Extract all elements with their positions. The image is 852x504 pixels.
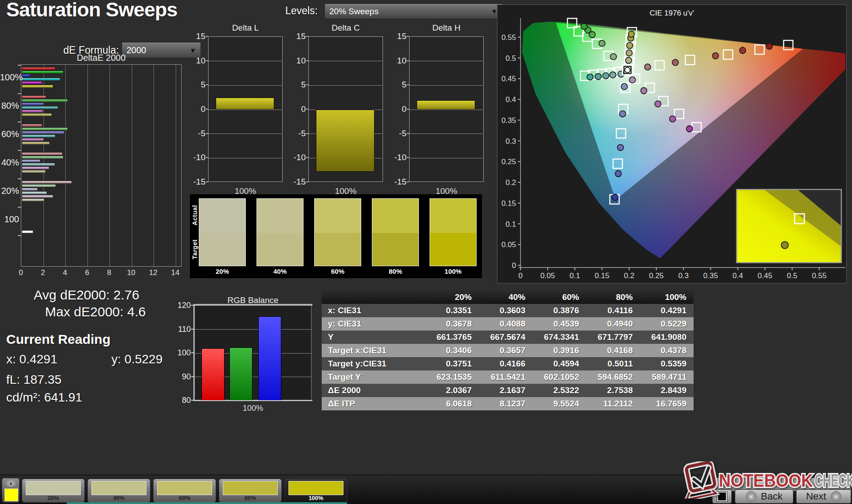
delta-plot bbox=[308, 36, 383, 182]
tick-mark bbox=[206, 157, 208, 158]
tick-mark bbox=[306, 60, 308, 61]
x-axis-line bbox=[193, 400, 312, 401]
measured-point-red bbox=[766, 43, 773, 49]
table-cell: 0.4594 bbox=[532, 359, 586, 369]
table-cell: 0.3351 bbox=[425, 306, 479, 315]
patch-tile-60%[interactable]: 60% bbox=[153, 479, 216, 503]
logo-text-primary: NOTEBOOK bbox=[719, 471, 813, 490]
axis-tick-label: 8 bbox=[103, 268, 116, 277]
tick-mark bbox=[206, 60, 208, 61]
tick-mark bbox=[306, 181, 308, 182]
table-cell: 671.7797 bbox=[586, 332, 640, 342]
column-header: 80% bbox=[586, 292, 640, 302]
axis-tick-label: 12 bbox=[146, 268, 160, 277]
levels-value: 20% Sweeps bbox=[329, 7, 379, 16]
tick-mark bbox=[407, 84, 409, 85]
target-row-label: Target bbox=[191, 233, 198, 266]
patch-tile-100%[interactable]: 100% bbox=[284, 479, 347, 503]
tick-mark bbox=[206, 181, 208, 182]
levels-dropdown[interactable]: 20% Sweeps ▼ bbox=[324, 4, 502, 19]
logo-text-secondary: CHECK bbox=[815, 471, 852, 490]
table-cell: 6.0618 bbox=[425, 399, 479, 409]
axis-tick-label: 0.3 bbox=[678, 272, 689, 280]
swatch-pair bbox=[314, 198, 361, 266]
axis-tick-label: 15 bbox=[181, 32, 205, 41]
table-cell: 0.4168 bbox=[586, 346, 640, 355]
measured-point-cyan bbox=[595, 74, 601, 80]
bar bbox=[22, 134, 55, 138]
measured-point-red bbox=[672, 59, 678, 66]
bar bbox=[22, 102, 44, 106]
axis-tick-label: 100 bbox=[0, 214, 19, 224]
axis-tick-label: 60% bbox=[0, 129, 19, 139]
measured-point-magenta bbox=[629, 77, 635, 83]
bar bbox=[22, 110, 43, 113]
tick-mark bbox=[407, 60, 409, 61]
patch-tile-40%[interactable]: 40% bbox=[87, 479, 150, 503]
bar bbox=[22, 159, 40, 162]
gridline bbox=[87, 65, 88, 266]
gridline bbox=[110, 65, 110, 266]
measured-point-magenta bbox=[641, 87, 647, 94]
axis-tick-label: 90 bbox=[164, 372, 191, 382]
axis-tick-label: 4 bbox=[58, 268, 71, 277]
actual-swatch bbox=[430, 199, 476, 233]
rgb-balance-chart: RGB Balance1201101009080100% bbox=[164, 293, 318, 419]
tick-mark bbox=[18, 93, 21, 94]
patch-tile-80%[interactable]: 80% bbox=[219, 479, 282, 503]
tick-mark bbox=[18, 122, 21, 122]
gridline bbox=[410, 158, 483, 158]
bar bbox=[22, 166, 49, 169]
table-cell: 2.1637 bbox=[479, 386, 532, 395]
table-cell: 0.4166 bbox=[479, 359, 532, 369]
axis-tick-label: 20% bbox=[0, 186, 19, 196]
expand-patch-list-button[interactable]: ▲ bbox=[6, 479, 16, 487]
axis-tick-label: 0.45 bbox=[501, 75, 516, 83]
tick-mark bbox=[206, 84, 208, 85]
table-cell: 641.9080 bbox=[640, 332, 694, 342]
axis-tick-label: 0.05 bbox=[540, 272, 555, 280]
actual-swatch bbox=[315, 199, 361, 233]
gridline bbox=[209, 85, 282, 86]
bar bbox=[22, 127, 68, 130]
table-row: ΔE ITP6.06188.12379.552411.211216.7659 bbox=[322, 397, 694, 410]
axis-tick-label: 0.05 bbox=[501, 240, 516, 249]
bar bbox=[22, 184, 56, 187]
table-cell: 661.3765 bbox=[425, 332, 479, 342]
axis-tick-label: 0.3 bbox=[505, 137, 516, 146]
table-cell: 0.4088 bbox=[479, 319, 532, 329]
axis-tick-label: 14 bbox=[169, 268, 182, 277]
tick-mark bbox=[18, 65, 21, 66]
axis-tick-label: 6 bbox=[80, 268, 94, 277]
measured-point-blue bbox=[621, 83, 627, 90]
axis-tick-label: 10 bbox=[181, 56, 205, 66]
bar bbox=[22, 198, 44, 201]
swatch-label: 40% bbox=[256, 268, 304, 275]
levels-label: Levels: bbox=[285, 5, 318, 17]
patch-tile-20%[interactable]: 20% bbox=[22, 479, 85, 503]
measured-point-cyan bbox=[618, 71, 624, 77]
table-cell: 0.3603 bbox=[479, 306, 532, 315]
tick-mark bbox=[18, 150, 21, 151]
table-cell: 589.4711 bbox=[640, 372, 694, 382]
gridline bbox=[410, 85, 483, 86]
bar bbox=[22, 67, 55, 70]
tick-mark bbox=[18, 207, 21, 208]
actual-row-label: Actual bbox=[191, 199, 198, 232]
tick-mark bbox=[18, 235, 21, 236]
bar bbox=[22, 230, 33, 233]
axis-tick-label: 10 bbox=[282, 56, 306, 66]
measured-point-magenta bbox=[686, 126, 693, 132]
axis-tick-label: 0.15 bbox=[501, 199, 516, 208]
swatch-pair bbox=[372, 198, 419, 266]
axis-tick-label: -5 bbox=[181, 129, 205, 138]
table-cell: 0.4291 bbox=[640, 306, 694, 315]
target-swatch bbox=[257, 233, 303, 266]
table-cell: 0.3657 bbox=[479, 346, 532, 355]
bar bbox=[22, 152, 63, 155]
swatch-pair bbox=[199, 198, 246, 266]
table-row: Target x:CIE310.34060.36570.39160.41680.… bbox=[322, 344, 694, 357]
table-row: x: CIE310.33510.36030.38760.41160.4291 bbox=[322, 304, 694, 317]
table-cell: 623.1535 bbox=[425, 372, 479, 382]
table-cell: 0.5011 bbox=[586, 359, 640, 369]
